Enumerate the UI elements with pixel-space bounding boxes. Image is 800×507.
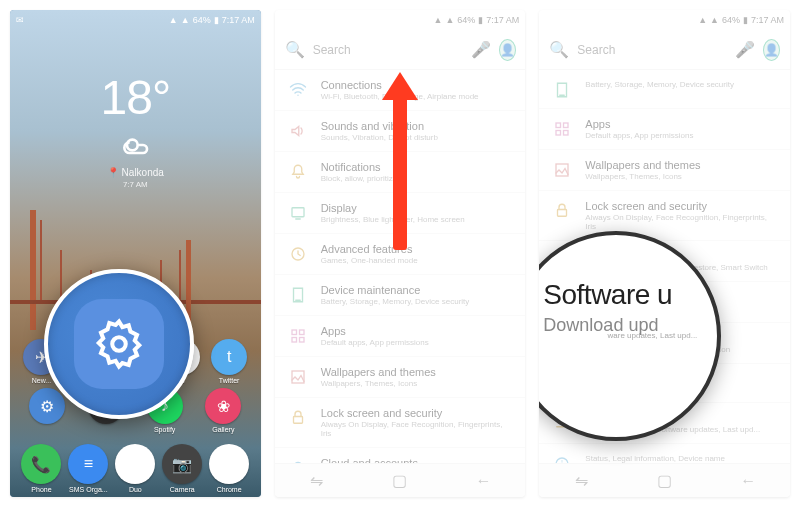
settings-item-subtitle: Wallpapers, Themes, Icons [321,379,512,388]
settings-item-lock[interactable]: Lock screen and securityAlways On Displa… [539,191,790,241]
app-duo[interactable]: ▲Duo [114,444,156,493]
svg-rect-12 [564,123,569,128]
svg-rect-11 [556,123,561,128]
settings-item-title: Apps [585,118,776,130]
weather-location: 📍 Nalkonda [10,167,261,178]
recents-button[interactable]: ⇋ [306,471,326,491]
lock-icon [553,202,571,220]
app-camera[interactable]: 📷Camera [161,444,203,493]
weather-temp: 18° [10,70,261,125]
app-chrome[interactable]: ○Chrome [208,444,250,493]
settings-item-subtitle: Games, One-handed mode [321,256,512,265]
app-label: Camera [161,486,203,493]
settings-item-subtitle: Wallpapers, Themes, Icons [585,172,776,181]
software-update-sub-cut: ware updates, Last upd... [608,331,698,340]
battery-percent: 64% [722,15,740,25]
sounds-icon [289,122,307,140]
search-bar[interactable]: 🔍 🎤 👤 [539,30,790,70]
settings-item-subtitle: Always On Display, Face Recognition, Fin… [585,213,776,231]
svg-rect-7 [299,338,304,343]
back-button[interactable]: ← [738,471,758,491]
software-update-title: Software u [543,279,697,311]
back-button[interactable]: ← [474,471,494,491]
battery-percent: 64% [457,15,475,25]
app-label: Gallery [202,426,244,433]
settings-item-title: Wallpapers and themes [585,159,776,171]
status-time: 7:17 AM [486,15,519,25]
device-icon [553,81,571,99]
scroll-up-arrow-annotation [382,72,418,250]
recents-button[interactable]: ⇋ [571,471,591,491]
svg-rect-2 [292,208,304,217]
search-input[interactable] [313,43,463,57]
settings-item-wallpapers[interactable]: Wallpapers and themesWallpapers, Themes,… [539,150,790,191]
settings-item-apps[interactable]: AppsDefault apps, App permissions [275,316,526,357]
app-[interactable]: ⚙ [26,388,68,433]
signal-icon: ▲ [433,15,442,25]
display-icon [289,204,307,222]
svg-rect-9 [293,417,302,424]
search-bar[interactable]: 🔍 🎤 👤 [275,30,526,70]
settings-item-lock[interactable]: Lock screen and securityAlways On Displa… [275,398,526,448]
app-label: Chrome [208,486,250,493]
status-bar: ▲ ▲ 64% ▮ 7:17 AM [275,10,526,30]
weather-time: 7:7 AM [10,180,261,189]
search-icon: 🔍 [549,40,569,59]
wifi-icon: ▲ [445,15,454,25]
weather-widget[interactable]: 18° 📍 Nalkonda 7:7 AM [10,70,261,189]
home-button[interactable]: ▢ [390,471,410,491]
signal-icon: ▲ [698,15,707,25]
app-icon: ⚙ [29,388,65,424]
svg-rect-5 [299,330,304,335]
svg-rect-16 [558,210,567,217]
settings-item-subtitle: Default apps, App permissions [585,131,776,140]
settings-item-subtitle: Default apps, App permissions [321,338,512,347]
wifi-icon: ▲ [710,15,719,25]
settings-item-apps[interactable]: AppsDefault apps, App permissions [539,109,790,150]
wallpapers-icon [553,161,571,179]
mic-icon[interactable]: 🎤 [471,40,491,59]
svg-point-1 [112,337,126,351]
app-gallery[interactable]: ❀Gallery [202,388,244,433]
svg-rect-6 [292,338,297,343]
settings-panel-scrolled: ▲ ▲ 64% ▮ 7:17 AM 🔍 🎤 👤 Battery, Storage… [539,10,790,497]
signal-icon: ▲ [169,15,178,25]
profile-avatar-icon[interactable]: 👤 [763,39,780,61]
app-icon: 📷 [162,444,202,484]
settings-item-title: Apps [321,325,512,337]
cloud-icon [119,129,151,161]
nav-bar: ⇋ ▢ ← [275,463,526,497]
settings-app-magnified[interactable] [44,269,194,419]
app-phone[interactable]: 📞Phone [20,444,62,493]
battery-icon: ▮ [478,15,483,25]
battery-icon: ▮ [214,15,219,25]
app-label: Phone [20,486,62,493]
status-bar: ✉ ▲ ▲ 64% ▮ 7:17 AM [10,10,261,30]
apps-icon [289,327,307,345]
settings-item-wallpapers[interactable]: Wallpapers and themesWallpapers, Themes,… [275,357,526,398]
app-icon: t [211,339,247,375]
app-icon: ○ [209,444,249,484]
app-label: SMS Orga... [67,486,109,493]
settings-item-title: Wallpapers and themes [321,366,512,378]
home-button[interactable]: ▢ [655,471,675,491]
settings-item-subtitle: Battery, Storage, Memory, Device securit… [321,297,512,306]
connections-icon [289,81,307,99]
status-bar: ▲ ▲ 64% ▮ 7:17 AM [539,10,790,30]
wifi-icon: ▲ [181,15,190,25]
search-input[interactable] [577,43,727,57]
settings-item-device[interactable]: Battery, Storage, Memory, Device securit… [539,70,790,109]
notifications-icon [289,163,307,181]
app-icon: ❀ [205,388,241,424]
app-smsorga[interactable]: ≡SMS Orga... [67,444,109,493]
app-label: Twitter [208,377,250,384]
app-label: Spotify [144,426,186,433]
app-twitter[interactable]: tTwitter [208,339,250,384]
search-icon: 🔍 [285,40,305,59]
mic-icon[interactable]: 🎤 [735,40,755,59]
settings-item-title: Lock screen and security [321,407,512,419]
app-icon: 📞 [21,444,61,484]
app-icon: ▲ [115,444,155,484]
profile-avatar-icon[interactable]: 👤 [499,39,516,61]
settings-item-device[interactable]: Device maintenanceBattery, Storage, Memo… [275,275,526,316]
